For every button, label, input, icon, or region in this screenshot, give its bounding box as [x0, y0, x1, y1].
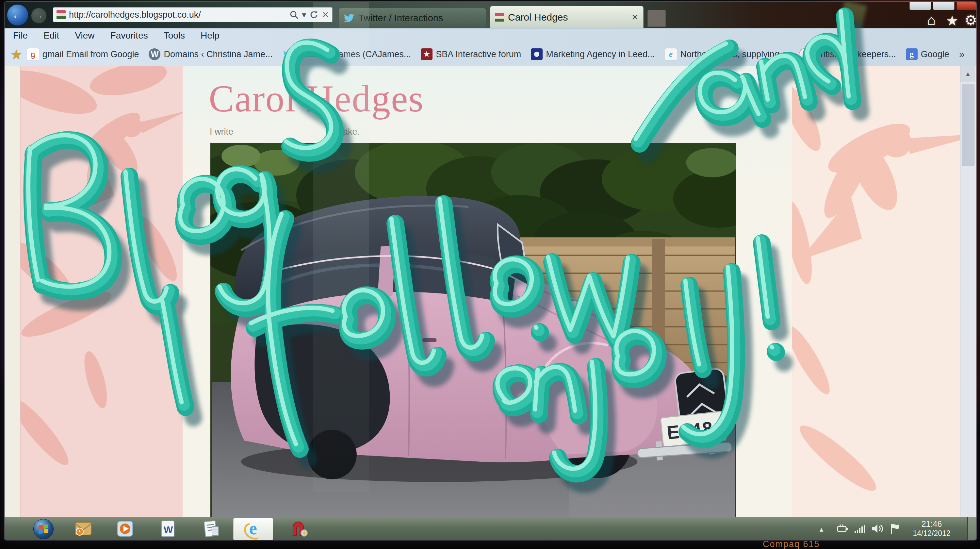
add-favorite-star-icon[interactable]: ★: [10, 47, 22, 62]
wordpress-icon: W: [149, 48, 161, 60]
favorites-bar: ★ g gmail Email from Google W Domains ‹ …: [10, 44, 967, 64]
svg-text:W: W: [164, 524, 173, 535]
red-app-icon[interactable]: [290, 520, 308, 538]
clock-date: 14/12/2012: [903, 529, 960, 538]
menu-help[interactable]: Help: [200, 30, 220, 41]
tab-close-icon[interactable]: ✕: [631, 12, 639, 22]
bookmark-domains[interactable]: W Domains ‹ Christina Jame...: [149, 48, 272, 60]
outlook-icon[interactable]: [75, 520, 92, 538]
google-icon: g: [27, 48, 39, 60]
hummingbird-motif: [21, 66, 183, 517]
internet-explorer-taskbar-button[interactable]: e: [233, 518, 273, 540]
menu-favorites[interactable]: Favorites: [110, 30, 148, 41]
maximize-button[interactable]: [933, 2, 955, 10]
laptop-screen: ← → http://carolhedges.blogspot.co.uk/ ▾…: [5, 2, 977, 540]
tab-twitter-interactions[interactable]: Twitter / Interactions: [339, 8, 486, 28]
address-bar[interactable]: http://carolhedges.blogspot.co.uk/ ▾ ✕: [53, 7, 332, 22]
back-arrow-icon: ←: [11, 8, 24, 22]
close-button[interactable]: [956, 2, 977, 10]
monitor-brand-label: Compaq 615: [763, 539, 820, 549]
search-dropdown-caret-icon[interactable]: ▾: [302, 10, 306, 20]
clock-time: 21:46: [903, 519, 960, 529]
internet-explorer-icon: e: [245, 521, 261, 537]
media-player-icon[interactable]: [116, 520, 134, 538]
document-icon[interactable]: [203, 520, 221, 538]
tagline-fragment: ake.: [343, 127, 360, 137]
bookmark-twitter[interactable]: Christina James (CAJames...: [283, 49, 411, 60]
menu-and-favorites-bars: File Edit View Favorites Tools Help ★ g …: [5, 28, 977, 66]
webpage-viewport: Carol Hedges I write ake.: [5, 66, 977, 517]
forward-button[interactable]: →: [31, 8, 47, 24]
tab-favicon: [495, 13, 504, 22]
blog-left-decor-column: [20, 66, 183, 517]
url-text[interactable]: http://carolhedges.blogspot.co.uk/: [69, 10, 286, 20]
blog-right-decor-column: [792, 66, 960, 517]
ie-page-icon: e: [665, 48, 677, 60]
stop-icon[interactable]: ✕: [322, 10, 329, 20]
hummingbird-motif: [792, 66, 960, 517]
favorites-star-icon[interactable]: ★: [946, 13, 958, 29]
license-plate: E948: [660, 411, 727, 447]
settings-gear-icon[interactable]: ⚙: [964, 12, 977, 29]
taskbar-clock[interactable]: 21:46 14/12/2012: [903, 519, 960, 538]
tab-carol-hedges[interactable]: Carol Hedges ✕: [490, 6, 644, 28]
menu-edit[interactable]: Edit: [43, 30, 59, 41]
bookmark-marketing-agency[interactable]: Marketing Agency in Leed...: [531, 48, 655, 60]
menu-bar: File Edit View Favorites Tools Help: [13, 30, 220, 41]
windows-taskbar: W e ▴: [5, 517, 977, 540]
bookmark-google[interactable]: g Google: [906, 48, 949, 60]
back-button[interactable]: ←: [6, 4, 29, 26]
windows-flag-icon: [38, 524, 48, 534]
bookmark-sba-forum[interactable]: ★ SBA Interactive forum: [421, 48, 521, 60]
site-dot-icon: [531, 48, 542, 60]
twitter-bird-icon: [283, 49, 294, 60]
minimize-button[interactable]: [910, 2, 931, 10]
tagline-fragment: I write: [210, 127, 233, 137]
scrollbar-up-arrow[interactable]: ▲: [960, 66, 975, 82]
blog-title: Carol Hedges: [209, 77, 424, 121]
home-icon[interactable]: ⌂: [927, 12, 936, 28]
action-center-flag-icon[interactable]: [890, 523, 901, 535]
word-icon[interactable]: W: [159, 520, 177, 538]
menu-file[interactable]: File: [13, 30, 28, 41]
blog-tagline: I write ake.: [210, 127, 700, 140]
tab-label: Twitter / Interactions: [358, 13, 443, 24]
bookmark-gmail[interactable]: g gmail Email from Google: [27, 48, 139, 60]
hidden-icons-chevron[interactable]: ▴: [819, 525, 823, 534]
bookmark-northern-bees[interactable]: e Northern Bees, supplying ...: [665, 48, 789, 60]
sba-forum-icon: ★: [421, 48, 433, 60]
forward-arrow-icon: →: [35, 10, 43, 20]
power-battery-icon[interactable]: [837, 523, 849, 534]
start-button[interactable]: [33, 519, 54, 539]
show-desktop-button[interactable]: [967, 517, 977, 540]
menu-tools[interactable]: Tools: [164, 30, 185, 41]
twitter-bird-icon: [343, 13, 355, 24]
google-g-icon: g: [906, 48, 918, 60]
tab-label: Carol Hedges: [508, 12, 568, 23]
blog-photo-pink-2cv: E948: [210, 143, 736, 517]
page-scrollbar[interactable]: ▲: [960, 66, 975, 517]
search-icon[interactable]: [290, 10, 299, 19]
beekeepers-icon: [799, 48, 811, 60]
photo-of-laptop-screen: ← → http://carolhedges.blogspot.co.uk/ ▾…: [0, 0, 980, 549]
favorites-overflow-chevron[interactable]: »: [959, 49, 965, 60]
browser-titlebar: ← → http://carolhedges.blogspot.co.uk/ ▾…: [5, 2, 977, 28]
refresh-icon[interactable]: [309, 10, 318, 19]
volume-speaker-icon[interactable]: [872, 523, 884, 534]
bookmark-beekeepers[interactable]: British Beekeepers...: [799, 48, 896, 60]
menu-view[interactable]: View: [75, 30, 94, 41]
new-tab-button[interactable]: [648, 10, 666, 27]
network-signal-icon[interactable]: [854, 523, 865, 534]
site-favicon: [57, 10, 66, 19]
scrollbar-thumb[interactable]: [962, 84, 974, 166]
